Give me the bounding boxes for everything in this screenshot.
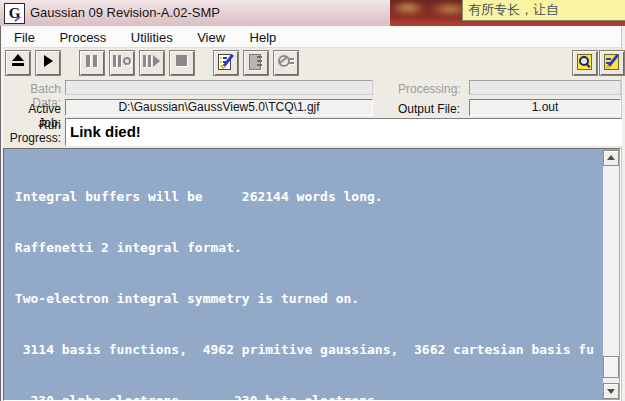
pause-button [79,50,105,76]
batch-data-field [65,80,373,95]
scroll-down-icon [607,389,615,394]
run-progress-label: Run Progress: [3,119,61,145]
console-line: 3114 basis functions, 4962 primitive gau… [7,341,604,358]
menu-file[interactable]: File [4,28,45,45]
edit-output-file-icon [603,54,621,70]
menu-utilities[interactable]: Utilities [121,28,183,45]
view-output-icon [247,54,265,70]
processing-label: Processing: [398,82,460,96]
console-output[interactable]: Integral buffers will be 262144 words lo… [3,148,621,401]
gaussian-window: G Gaussian 09 Revision-A.02-SMP 有所专长，让自 … [0,0,625,401]
processing-field [469,80,621,95]
run-button[interactable] [35,50,61,76]
console-line: Integral buffers will be 262144 words lo… [7,188,604,205]
console-line: 230 alpha electrons 230 beta electrons [7,392,604,400]
job-fields-panel: Batch Data: Processing: Active Job: D:\G… [3,78,621,148]
run-progress-field[interactable]: Link died! [65,118,622,146]
abort-job-button [273,50,299,76]
stop-button [169,50,195,76]
titlebar-glass[interactable]: G Gaussian 09 Revision-A.02-SMP [0,0,390,26]
console-text[interactable]: Integral buffers will be 262144 words lo… [5,150,604,400]
zoom-output-icon [576,54,594,70]
console-line: Raffenetti 2 integral format. [7,239,604,256]
run-progress-label-top: Run [39,118,61,132]
toolbar [3,48,621,78]
scroll-up-button[interactable] [603,150,619,166]
output-file-label: Output File: [394,102,460,116]
resume-icon [143,54,161,70]
eject-icon [9,54,27,70]
scroll-up-icon [607,155,615,160]
window-title: Gaussian 09 Revision-A.02-SMP [30,5,220,20]
run-icon [39,54,57,70]
eject-button[interactable] [5,50,31,76]
edit-input-file-button[interactable] [213,50,239,76]
gaussian-logo-icon[interactable]: G [4,3,25,24]
vertical-scrollbar[interactable] [603,150,619,399]
scroll-down-button[interactable] [603,383,619,399]
pause-at-link-icon [113,54,131,70]
zoom-output-button[interactable] [572,50,598,76]
stop-icon [173,54,191,70]
view-output-button [243,50,269,76]
scrollbar-thumb[interactable] [603,356,619,378]
window-frame-right [621,26,625,401]
pause-icon [83,54,101,70]
run-progress-label-bottom: Progress: [10,131,61,145]
output-file-field[interactable]: 1.out [469,99,621,116]
edit-output-file-button[interactable] [599,50,625,76]
active-job-field[interactable]: D:\Gaussian\GaussView5.0\TCQ\1.gjf [65,99,373,116]
console-line: Two-electron integral symmetry is turned… [7,290,604,307]
background-tooltip: 有所专长，让自 [462,0,625,21]
menu-process[interactable]: Process [49,28,116,45]
menu-view[interactable]: View [187,28,235,45]
menu-help[interactable]: Help [240,28,287,45]
pause-at-link-button [109,50,135,76]
resume-button [139,50,165,76]
abort-job-icon [277,54,295,70]
menubar: File Process Utilities View Help [3,28,621,48]
titlebar[interactable]: G Gaussian 09 Revision-A.02-SMP 有所专长，让自 [0,0,625,26]
edit-input-file-icon [217,54,235,70]
